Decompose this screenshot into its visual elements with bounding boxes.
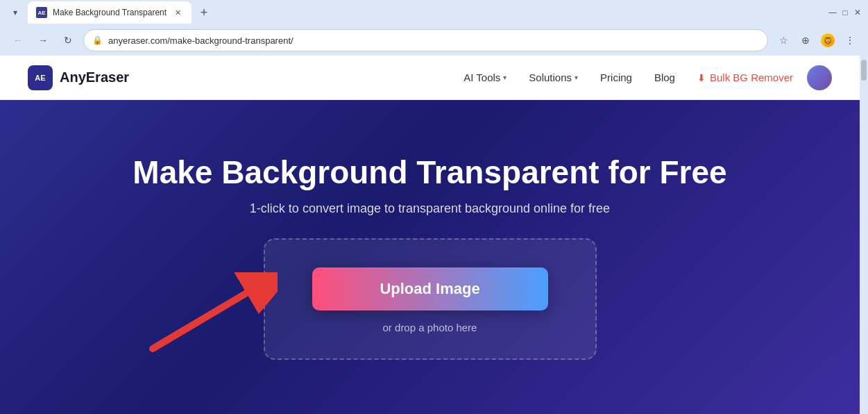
title-bar: ▾ AE Make Background Transparent ✕ + — □…: [0, 0, 868, 25]
lock-icon: 🔒: [92, 35, 103, 45]
address-bar: ← → ↻ 🔒 anyeraser.com/make-background-tr…: [0, 25, 868, 56]
window-controls: — □ ✕: [828, 8, 862, 17]
site-header: AE AnyEraser AI Tools ▾ Solutions ▾ Pric…: [0, 56, 860, 100]
nav-pricing[interactable]: Pricing: [600, 72, 632, 83]
toolbar-actions: ☆ ⊕ 🦁 ⋮: [774, 31, 860, 50]
back-button[interactable]: ←: [8, 31, 28, 50]
browser-body: AE AnyEraser AI Tools ▾ Solutions ▾ Pric…: [0, 56, 868, 414]
scrollbar[interactable]: [860, 56, 868, 414]
new-tab-button[interactable]: +: [194, 3, 214, 22]
user-avatar[interactable]: [807, 65, 832, 90]
tab-title: Make Background Transparent: [53, 8, 167, 17]
hero-section: Make Background Transparent for Free 1-c…: [0, 100, 860, 414]
forward-button[interactable]: →: [33, 31, 53, 50]
nav-solutions[interactable]: Solutions ▾: [529, 72, 578, 83]
extension-icon: 🦁: [821, 33, 835, 47]
nav-menu: AI Tools ▾ Solutions ▾ Pricing Blog ⬇: [463, 72, 793, 83]
maximize-button[interactable]: □: [840, 8, 850, 17]
page-content: AE AnyEraser AI Tools ▾ Solutions ▾ Pric…: [0, 56, 860, 414]
red-arrow: [139, 272, 278, 356]
url-text: anyeraser.com/make-background-transparen…: [108, 35, 759, 46]
upload-box: Upload Image or drop a photo here: [264, 238, 597, 360]
download-icon: ⬇: [697, 72, 706, 83]
close-button[interactable]: ✕: [853, 8, 862, 17]
solutions-dropdown-icon: ▾: [575, 74, 578, 81]
url-bar[interactable]: 🔒 anyeraser.com/make-background-transpar…: [83, 29, 768, 51]
minimize-button[interactable]: —: [828, 8, 837, 17]
brand-name: AnyEraser: [60, 69, 129, 85]
extensions-button[interactable]: ⊕: [796, 31, 815, 50]
refresh-button[interactable]: ↻: [58, 31, 78, 50]
browser-window: ▾ AE Make Background Transparent ✕ + — □…: [0, 0, 868, 414]
svg-line-1: [153, 293, 246, 349]
tab-favicon: AE: [36, 7, 47, 18]
nav-bulk-bg-remover[interactable]: ⬇ Bulk BG Remover: [697, 72, 793, 83]
logo-area: AE AnyEraser: [28, 65, 129, 90]
bookmark-button[interactable]: ☆: [774, 31, 793, 50]
upload-image-button[interactable]: Upload Image: [312, 267, 548, 310]
title-bar-left: ▾ AE Make Background Transparent ✕ +: [6, 1, 214, 24]
tab-close-button[interactable]: ✕: [172, 7, 183, 18]
arrow-container: [139, 272, 278, 358]
drop-text: or drop a photo here: [383, 322, 477, 333]
hero-subtitle: 1-click to convert image to transparent …: [250, 201, 610, 216]
browser-tab[interactable]: AE Make Background Transparent ✕: [28, 1, 192, 24]
scrollbar-thumb[interactable]: [861, 60, 867, 81]
tab-list-button[interactable]: ▾: [6, 3, 25, 22]
nav-blog[interactable]: Blog: [654, 72, 675, 83]
extension-icon-button[interactable]: 🦁: [818, 31, 837, 50]
nav-ai-tools[interactable]: AI Tools ▾: [463, 72, 507, 83]
ai-tools-dropdown-icon: ▾: [503, 74, 507, 81]
logo-icon: AE: [28, 65, 53, 90]
menu-button[interactable]: ⋮: [840, 31, 860, 50]
hero-title: Make Background Transparent for Free: [133, 154, 726, 191]
